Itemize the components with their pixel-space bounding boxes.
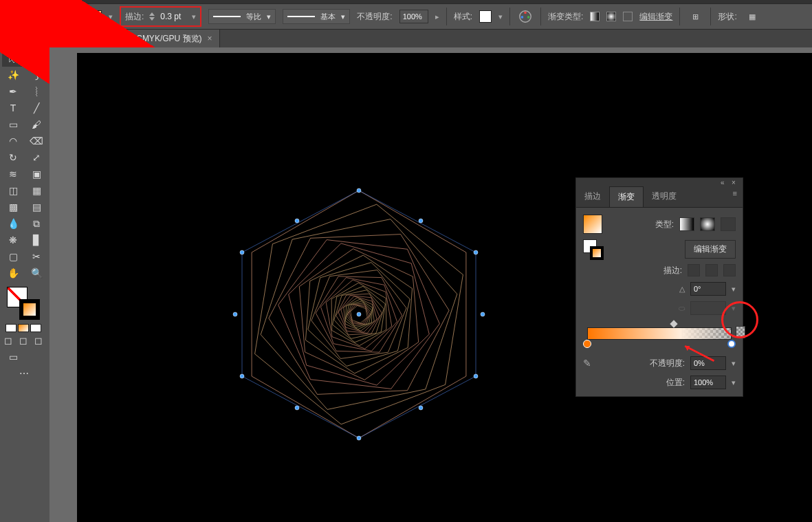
panel-stroke-label: 描边: — [657, 265, 682, 276]
draw-normal[interactable]: ◻ — [2, 335, 14, 346]
chevron-down-icon: ▾ — [732, 285, 736, 294]
edit-toolbar[interactable]: ⋯ — [2, 365, 46, 382]
draw-behind[interactable]: ◻ — [17, 335, 30, 346]
gradient-type-linear[interactable] — [679, 217, 694, 231]
svg-point-33 — [474, 374, 478, 378]
panel-menu-icon[interactable]: ≡ — [727, 186, 743, 207]
chevron-down-icon: ▾ — [732, 359, 736, 368]
stop-position-label: 位置: — [646, 377, 685, 389]
aspect-input[interactable] — [690, 301, 726, 315]
eyedropper-icon[interactable]: ✎ — [583, 358, 591, 369]
screen-mode[interactable]: ▭ — [2, 349, 24, 365]
stop-position-input[interactable] — [690, 376, 726, 389]
gradient-type-radial[interactable] — [700, 217, 715, 231]
stroke-align-3[interactable] — [723, 264, 736, 276]
edit-gradient-button[interactable]: 编辑渐变 — [685, 240, 736, 259]
stroke-align-2[interactable] — [705, 264, 718, 276]
stop-opacity-label: 不透明度: — [646, 358, 685, 369]
tab-gradient[interactable]: 渐变 — [609, 186, 644, 207]
gradient-preview[interactable] — [583, 215, 602, 234]
annotation-arrow — [680, 342, 717, 363]
annotation-circle — [721, 301, 758, 338]
draw-inside[interactable]: ◻ — [32, 335, 45, 346]
svg-point-39 — [233, 312, 237, 316]
chevron-down-icon: ▾ — [732, 378, 736, 387]
none-mode-swatch[interactable] — [30, 324, 41, 332]
svg-point-43 — [357, 312, 361, 316]
gradient-midpoint[interactable] — [670, 320, 677, 327]
svg-point-40 — [481, 312, 485, 316]
gradient-stop-left[interactable] — [583, 340, 591, 348]
tools-panel: ✨ ⟆ ✒ ⦚ T ╱ ▭ 🖌 ◠ ⌫ ↻ ⤢ ≋ ▣ ◫ ▦ ▩ ▤ 💧 ⧉ … — [0, 47, 50, 522]
angle-input[interactable] — [690, 282, 726, 296]
panel-stroke-swatch[interactable] — [590, 246, 604, 260]
gradient-type-freeform[interactable] — [721, 217, 736, 231]
svg-point-42 — [419, 406, 423, 410]
collapse-icon[interactable]: « — [721, 179, 727, 186]
gradient-panel: « × 描边 渐变 透明度 ≡ 类型: 编辑渐变 描边: — [575, 177, 743, 397]
svg-point-31 — [357, 188, 361, 193]
type-label: 类型: — [649, 219, 674, 230]
aspect-icon: ⬭ — [679, 304, 685, 313]
angle-icon: △ — [679, 285, 685, 294]
svg-point-41 — [295, 406, 299, 410]
svg-point-36 — [240, 250, 244, 254]
svg-point-32 — [474, 250, 478, 254]
svg-point-35 — [240, 374, 244, 378]
tab-stroke[interactable]: 描边 — [576, 186, 609, 207]
tab-transparency[interactable]: 透明度 — [644, 186, 685, 207]
stroke-align-1[interactable] — [688, 264, 700, 276]
svg-point-37 — [295, 219, 299, 223]
svg-point-38 — [419, 219, 423, 223]
svg-point-34 — [357, 436, 361, 440]
close-icon[interactable]: × — [732, 179, 738, 186]
gradient-stop-right[interactable] — [727, 340, 736, 348]
hexagon-spiral-art[interactable] — [221, 177, 496, 452]
